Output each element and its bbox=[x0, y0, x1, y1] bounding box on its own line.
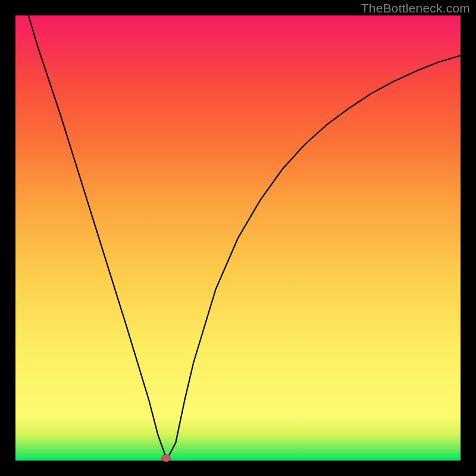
attribution-text: TheBottleneck.com bbox=[361, 1, 470, 15]
bottleneck-curve bbox=[15, 15, 461, 461]
plot-area bbox=[15, 15, 461, 461]
chart-frame: TheBottleneck.com bbox=[0, 0, 476, 476]
minimum-marker bbox=[161, 455, 171, 462]
curve-path bbox=[15, 15, 461, 459]
